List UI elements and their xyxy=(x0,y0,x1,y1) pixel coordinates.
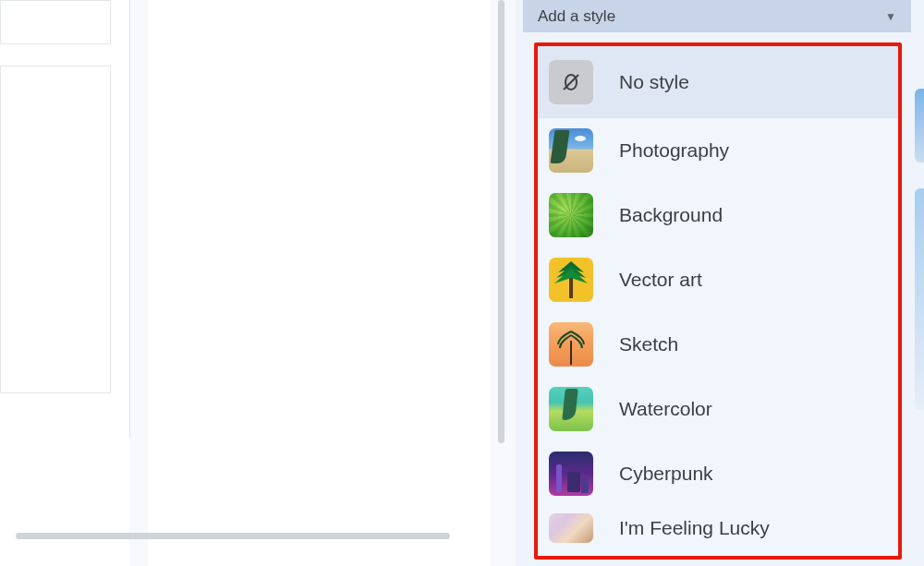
lucky-icon xyxy=(549,513,593,543)
preview-thumbnail-peek-2 xyxy=(915,188,924,410)
cyberpunk-icon xyxy=(549,452,593,496)
style-option-photography[interactable]: Photography xyxy=(538,118,898,183)
style-option-sketch[interactable]: Sketch xyxy=(538,312,898,377)
horizontal-scrollbar[interactable] xyxy=(16,533,450,539)
sketch-icon xyxy=(549,322,593,367)
style-option-label: I'm Feeling Lucky xyxy=(619,517,770,539)
canvas-area xyxy=(148,0,490,566)
style-option-no-style[interactable]: No style xyxy=(538,46,898,118)
style-option-label: Vector art xyxy=(619,269,702,291)
style-option-lucky[interactable]: I'm Feeling Lucky xyxy=(538,506,898,550)
style-dropdown-trigger[interactable]: Add a style ▼ xyxy=(523,0,911,32)
left-panel xyxy=(0,0,129,566)
style-option-label: No style xyxy=(619,71,689,93)
style-option-label: Sketch xyxy=(619,333,678,355)
style-option-watercolor[interactable]: Watercolor xyxy=(538,377,898,441)
photography-icon xyxy=(549,128,593,173)
style-dropdown-label: Add a style xyxy=(538,7,615,26)
left-panel-box-1 xyxy=(0,0,111,44)
style-option-label: Background xyxy=(619,204,723,226)
no-style-icon xyxy=(549,60,593,104)
panel-divider xyxy=(129,0,130,439)
vector-art-icon xyxy=(549,258,593,302)
left-panel-box-2 xyxy=(0,66,111,393)
caret-down-icon: ▼ xyxy=(885,10,896,23)
style-option-label: Photography xyxy=(619,139,729,162)
background-icon xyxy=(549,193,593,237)
preview-thumbnail-peek-1 xyxy=(915,89,924,163)
style-option-label: Watercolor xyxy=(619,398,712,420)
style-dropdown-panel: No style Photography Background Vector a… xyxy=(534,42,902,560)
style-option-background[interactable]: Background xyxy=(538,183,898,247)
vertical-scrollbar[interactable] xyxy=(498,0,505,443)
watercolor-icon xyxy=(549,387,593,431)
style-option-label: Cyberpunk xyxy=(619,463,713,485)
style-option-cyberpunk[interactable]: Cyberpunk xyxy=(538,441,898,506)
style-option-vector-art[interactable]: Vector art xyxy=(538,247,898,312)
